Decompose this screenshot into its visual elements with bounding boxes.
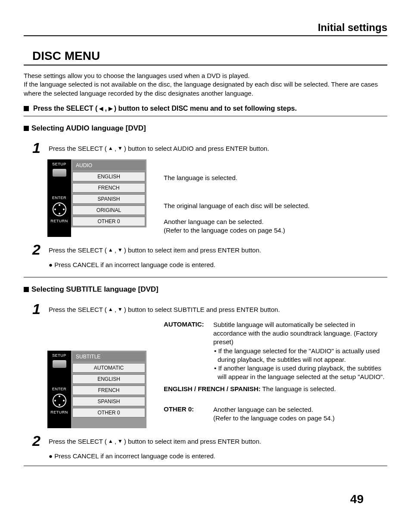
triangle-up-icon: ▲ xyxy=(108,145,113,151)
remote-dpad-icon xyxy=(53,394,66,408)
step1-prefix: Press the SELECT ( xyxy=(49,145,107,152)
annotation-other-l1: Another language can be selected. xyxy=(164,218,310,226)
audio-menu-diagram: SETUP ENTER RETURN AUDIO ENGLISH FRENCH … xyxy=(47,159,387,237)
subtitle-menu-panel: SUBTITLE AUTOMATIC ENGLISH FRENCH SPANIS… xyxy=(71,351,146,428)
subtitle-step-1: 1 Press the SELECT ( ▲ , ▼ ) button to s… xyxy=(24,302,387,316)
annotation-automatic: AUTOMATIC: Subtitle language will automa… xyxy=(164,320,387,382)
other-l1: Another language can be selected. xyxy=(213,405,387,414)
triangle-up-icon: ▲ xyxy=(108,306,113,312)
step2-prefix: Press the SELECT ( xyxy=(49,438,107,445)
subtitle-heading-text: Selecting SUBTITLE language [DVD] xyxy=(31,285,159,294)
efs-label: ENGLISH / FRENCH / SPANISH: xyxy=(164,385,261,392)
step1-mid: , xyxy=(115,145,116,152)
triangle-down-icon: ▼ xyxy=(118,438,123,444)
header-title: Initial settings xyxy=(24,22,387,36)
bullet-square-icon xyxy=(24,287,29,292)
triangle-down-icon: ▼ xyxy=(118,306,123,312)
divider xyxy=(24,277,387,277)
intro-line-1: These settings allow you to choose the l… xyxy=(24,72,387,80)
menu-title: SUBTITLE xyxy=(72,352,145,361)
remote-setup-label: SETUP xyxy=(52,162,66,166)
divider xyxy=(24,116,387,116)
press-prefix: Press the SELECT ( xyxy=(33,105,97,112)
press-mid: , xyxy=(105,105,106,112)
bullet-square-icon xyxy=(24,126,29,131)
subtitle-cancel-note: ● Press CANCEL if an incorrect language … xyxy=(24,452,387,460)
triangle-up-icon: ▲ xyxy=(108,247,113,253)
bullet-square-icon xyxy=(24,106,29,111)
step2-mid: , xyxy=(115,438,116,445)
page-number: 49 xyxy=(350,492,364,506)
press-instruction: Press the SELECT ( ◀ , ▶ ) button to sel… xyxy=(24,105,387,112)
annotation-other-l2: (Refer to the language codes on page 54.… xyxy=(164,226,310,235)
step1-suffix: ) button to select AUDIO and press ENTER… xyxy=(124,145,269,152)
other-l2: (Refer to the language codes on page 54.… xyxy=(213,414,387,423)
remote-return-label: RETURN xyxy=(50,410,68,414)
intro-line-2: If the language selected is not availabl… xyxy=(24,80,387,98)
step1-suffix: ) button to select SUBTITLE and press EN… xyxy=(124,306,280,313)
step-text: Press the SELECT ( ▲ , ▼ ) button to sel… xyxy=(49,242,261,254)
annotation-selected: The language is selected. xyxy=(164,174,310,182)
auto-desc: Subtitle language will automatically be … xyxy=(213,320,387,347)
menu-item-other: OTHER 0 xyxy=(72,217,145,226)
remote-button-icon xyxy=(53,360,66,368)
annotation-other: OTHER 0: Another language can be selecte… xyxy=(164,405,387,423)
remote-column: SETUP ENTER RETURN xyxy=(47,159,71,237)
menu-item-other: OTHER 0 xyxy=(72,408,145,417)
menu-item-spanish: SPANISH xyxy=(72,397,145,406)
annotation-original: The original language of each disc will … xyxy=(164,202,310,210)
audio-cancel-note: ● Press CANCEL if an incorrect language … xyxy=(24,261,387,268)
menu-title: AUDIO xyxy=(72,161,145,170)
main-title: DISC MENU xyxy=(24,49,387,65)
step-text: Press the SELECT ( ▲ , ▼ ) button to sel… xyxy=(49,302,280,313)
audio-menu-panel: AUDIO ENGLISH FRENCH SPANISH ORIGINAL OT… xyxy=(71,159,146,227)
annotation-other: Another language can be selected. (Refer… xyxy=(164,218,310,234)
menu-item-french: FRENCH xyxy=(72,386,145,395)
triangle-down-icon: ▼ xyxy=(118,145,123,151)
menu-item-english: ENGLISH xyxy=(72,172,145,181)
audio-step-1: 1 Press the SELECT ( ▲ , ▼ ) button to s… xyxy=(24,140,387,155)
subtitle-annotations: AUTOMATIC: Subtitle language will automa… xyxy=(164,320,387,426)
divider xyxy=(24,466,387,466)
auto-label: AUTOMATIC: xyxy=(164,320,213,382)
step2-prefix: Press the SELECT ( xyxy=(49,246,107,254)
remote-return-label: RETURN xyxy=(50,219,68,223)
step-text: Press the SELECT ( ▲ , ▼ ) button to sel… xyxy=(49,433,261,445)
subtitle-menu-diagram: SETUP ENTER RETURN SUBTITLE AUTOMATIC EN… xyxy=(47,320,387,428)
menu-item-english: ENGLISH xyxy=(72,374,145,384)
intro-text: These settings allow you to choose the l… xyxy=(24,72,387,98)
audio-heading-text: Selecting AUDIO language [DVD] xyxy=(31,124,146,133)
remote-enter-label: ENTER xyxy=(52,387,66,391)
audio-section-heading: Selecting AUDIO language [DVD] xyxy=(24,124,387,133)
remote-column: SETUP ENTER RETURN xyxy=(47,351,71,428)
step-number: 1 xyxy=(32,140,45,155)
other-label: OTHER 0: xyxy=(164,405,213,423)
step1-mid: , xyxy=(115,306,116,313)
menu-item-original: ORIGINAL xyxy=(72,205,145,215)
step-text: Press the SELECT ( ▲ , ▼ ) button to sel… xyxy=(49,140,269,152)
step2-suffix: ) button to select item and press ENTER … xyxy=(124,246,262,254)
step2-mid: , xyxy=(115,246,116,254)
triangle-left-icon: ◀ xyxy=(99,106,103,112)
step2-suffix: ) button to select item and press ENTER … xyxy=(124,438,262,445)
remote-dpad-icon xyxy=(53,202,66,216)
triangle-down-icon: ▼ xyxy=(118,247,123,253)
menu-item-french: FRENCH xyxy=(72,183,145,193)
step-number: 2 xyxy=(32,433,45,448)
remote-enter-label: ENTER xyxy=(52,196,66,200)
efs-desc: The language is selected. xyxy=(262,385,336,392)
audio-annotations: The language is selected. The original l… xyxy=(164,159,310,237)
triangle-up-icon: ▲ xyxy=(108,438,113,444)
menu-item-spanish: SPANISH xyxy=(72,194,145,204)
auto-bullet-2: • If another language is used during pla… xyxy=(213,364,387,382)
step-number: 1 xyxy=(32,302,45,316)
step1-prefix: Press the SELECT ( xyxy=(49,306,107,313)
step-number: 2 xyxy=(32,242,45,257)
subtitle-step-2: 2 Press the SELECT ( ▲ , ▼ ) button to s… xyxy=(24,433,387,448)
audio-step-2: 2 Press the SELECT ( ▲ , ▼ ) button to s… xyxy=(24,242,387,257)
remote-button-icon xyxy=(53,169,66,177)
menu-item-automatic: AUTOMATIC xyxy=(72,363,145,373)
auto-bullet-1: • If the language selected for the "AUDI… xyxy=(213,347,387,364)
subtitle-section-heading: Selecting SUBTITLE language [DVD] xyxy=(24,285,387,294)
annotation-efs: ENGLISH / FRENCH / SPANISH: The language… xyxy=(164,385,387,392)
